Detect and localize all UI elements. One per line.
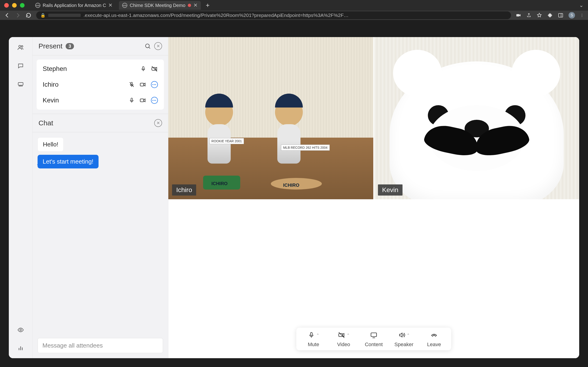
browser-chrome: Rails Application for Amazon C ✕ Chime S…: [0, 0, 588, 20]
video-tile-label: Ichiro: [172, 184, 196, 196]
screen-icon: [370, 331, 377, 339]
reload-button[interactable]: [26, 12, 32, 18]
url-field[interactable]: 🔒 .execute-api.us-east-1.amazonaws.com/P…: [36, 11, 511, 19]
chevron-up-icon[interactable]: ⌃: [347, 333, 350, 337]
speaker-button[interactable]: ⌃ Speaker: [393, 330, 415, 348]
back-button[interactable]: [4, 12, 10, 18]
mic-muted-icon[interactable]: [129, 82, 135, 88]
svg-line-14: [149, 47, 150, 49]
lock-icon: 🔒: [40, 13, 45, 18]
attendee-list: Stephen Ichiro ••• Kevin: [37, 59, 164, 110]
more-options-button[interactable]: •••: [151, 81, 158, 88]
svg-point-9: [20, 329, 21, 331]
svg-point-3: [18, 45, 21, 48]
plaque-text: MLB RECORD 262 HITS 2004: [281, 145, 330, 150]
address-bar: 🔒 .execute-api.us-east-1.amazonaws.com/P…: [0, 11, 588, 20]
tab-bar: Rails Application for Amazon C ✕ Chime S…: [0, 0, 588, 11]
close-tab-icon[interactable]: ✕: [108, 2, 112, 8]
chat-input[interactable]: Message all attendees: [38, 338, 163, 353]
video-tile[interactable]: ROOKIE YEAR 2001 MLB RECORD 262 HITS 200…: [168, 37, 373, 199]
video-button[interactable]: ⌃ Video: [333, 330, 354, 348]
url-text: .execute-api.us-east-1.amazonaws.com/Pro…: [84, 13, 349, 18]
attendee-row: Stephen: [37, 61, 164, 77]
chat-title: Chat: [38, 119, 53, 127]
stats-icon[interactable]: [17, 345, 24, 351]
toolbar-right: S ⋮: [516, 12, 584, 18]
svg-line-17: [152, 66, 157, 72]
camera-on-icon[interactable]: [139, 97, 146, 104]
side-panel-icon[interactable]: [558, 13, 563, 18]
eye-icon[interactable]: [17, 327, 24, 333]
attendee-row: Kevin •••: [37, 92, 164, 108]
control-label: Leave: [427, 342, 441, 348]
chevron-up-icon[interactable]: ⌃: [407, 333, 410, 337]
media-icon[interactable]: [17, 81, 24, 87]
svg-rect-5: [18, 83, 23, 85]
minimize-window-button[interactable]: [12, 3, 17, 8]
chat-header: Chat ✕: [33, 114, 168, 132]
globe-icon: [35, 3, 40, 8]
svg-rect-15: [143, 67, 144, 69]
content-share-button[interactable]: Content: [363, 330, 384, 348]
camera-on-icon[interactable]: [139, 81, 146, 88]
attendee-name: Kevin: [43, 97, 125, 104]
close-chat-button[interactable]: ✕: [154, 119, 162, 127]
attendees-icon[interactable]: [17, 44, 24, 51]
video-content: ROOKIE YEAR 2001 MLB RECORD 262 HITS 200…: [168, 37, 373, 199]
chat-messages: Hello! Let's start meeting!: [33, 132, 168, 338]
plaque-text: ROOKIE YEAR 2001: [209, 138, 244, 144]
share-icon[interactable]: [526, 13, 531, 18]
base-label: ICHIRO: [212, 181, 228, 186]
profile-avatar[interactable]: S: [569, 12, 575, 18]
svg-point-13: [146, 44, 149, 48]
svg-rect-0: [516, 14, 519, 17]
mute-button[interactable]: ⌃ Mute: [303, 330, 324, 348]
camera-off-icon[interactable]: [151, 65, 158, 72]
attendee-row: Ichiro •••: [37, 77, 164, 92]
svg-line-25: [339, 332, 344, 338]
meeting-controls: ⌃ Mute ⌃ Video Content ⌃: [296, 328, 451, 350]
svg-point-7: [20, 86, 21, 86]
mic-icon: [308, 332, 315, 339]
extensions-icon[interactable]: [547, 13, 553, 18]
attendee-name: Ichiro: [43, 81, 125, 88]
svg-rect-26: [371, 333, 376, 337]
tab-label: Chime SDK Meeting Demo: [130, 3, 185, 8]
new-tab-button[interactable]: +: [204, 2, 212, 9]
present-count-badge: 3: [66, 43, 74, 49]
tab-label: Rails Application for Amazon C: [43, 3, 106, 8]
tab-overflow-button[interactable]: ⌄: [579, 2, 583, 8]
mic-icon[interactable]: [140, 66, 146, 72]
svg-rect-1: [559, 13, 563, 17]
kebab-menu-icon[interactable]: ⋮: [580, 13, 584, 18]
more-options-button[interactable]: •••: [151, 97, 158, 104]
browser-tab-active[interactable]: Chime SDK Meeting Demo ✕: [119, 1, 201, 10]
search-icon[interactable]: [145, 43, 151, 49]
close-tab-icon[interactable]: ✕: [193, 2, 197, 8]
meeting-app: Present 3 ✕ Stephen Ichiro ••: [9, 37, 579, 358]
video-area: ROOKIE YEAR 2001 MLB RECORD 262 HITS 200…: [168, 37, 579, 358]
phone-icon: [430, 331, 438, 339]
video-grid: ROOKIE YEAR 2001 MLB RECORD 262 HITS 200…: [168, 37, 579, 199]
chat-icon[interactable]: [17, 63, 24, 69]
browser-tab[interactable]: Rails Application for Amazon C ✕: [32, 1, 116, 10]
close-window-button[interactable]: [4, 3, 9, 8]
leave-button[interactable]: Leave: [423, 330, 445, 348]
chevron-up-icon[interactable]: ⌃: [316, 333, 319, 337]
chat-panel: Chat ✕ Hello! Let's start meeting! Messa…: [33, 114, 168, 358]
bookmark-star-icon[interactable]: [537, 13, 542, 18]
svg-point-8: [22, 86, 22, 86]
video-tile-label: Kevin: [378, 184, 402, 196]
mic-icon[interactable]: [129, 97, 135, 103]
control-label: Content: [365, 342, 383, 348]
camera-indicator-icon[interactable]: [516, 13, 521, 18]
forward-button[interactable]: [15, 12, 21, 18]
camera-off-icon: [338, 331, 345, 339]
close-panel-button[interactable]: ✕: [154, 42, 162, 50]
maximize-window-button[interactable]: [20, 3, 25, 8]
video-tile[interactable]: Kevin: [374, 37, 579, 199]
base-label: ICHIRO: [283, 183, 299, 188]
svg-point-6: [19, 86, 19, 86]
chat-message-outgoing: Let's start meeting!: [38, 155, 99, 168]
recording-indicator-icon: [188, 4, 191, 7]
